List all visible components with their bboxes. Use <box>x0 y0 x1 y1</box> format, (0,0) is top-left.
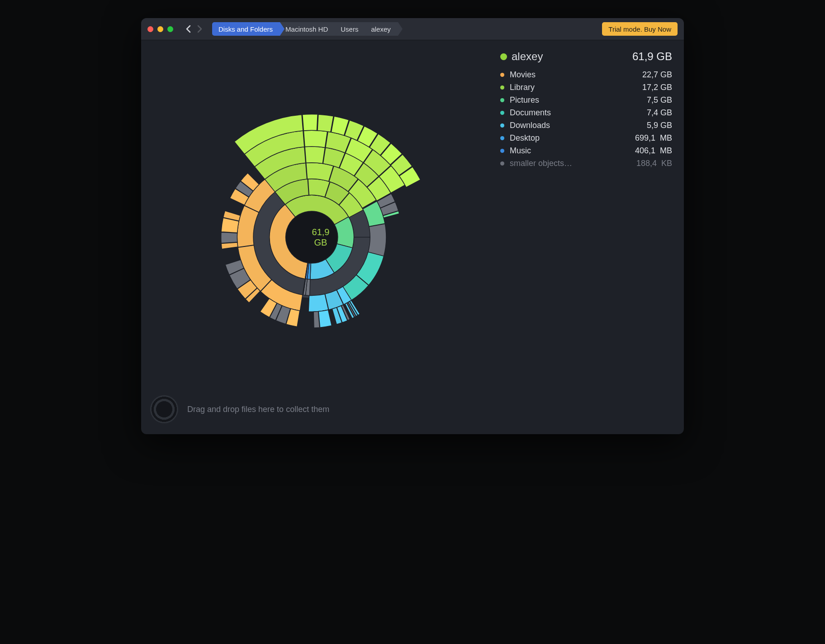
item-size: 5,9 GB <box>647 121 672 130</box>
toolbar: Disks and FoldersMacintosh HDUsersalexey… <box>141 18 684 40</box>
item-name: smaller objects… <box>510 159 572 168</box>
item-name: Documents <box>510 108 551 118</box>
item-name: Movies <box>510 70 536 80</box>
sidebar-item[interactable]: Movies22,7 GB <box>500 70 672 80</box>
close-traffic-light[interactable] <box>147 26 153 32</box>
item-color-dot <box>500 136 504 140</box>
sidebar-item[interactable]: Desktop699,1 MB <box>500 133 672 143</box>
zoom-traffic-light[interactable] <box>167 26 173 32</box>
item-color-dot <box>500 161 504 166</box>
chevron-right-icon <box>196 24 203 34</box>
buy-now-button[interactable]: Trial mode. Buy Now <box>602 22 678 36</box>
sidebar-item[interactable]: Library17,2 GB <box>500 83 672 92</box>
item-name: Desktop <box>510 133 540 143</box>
back-button[interactable] <box>184 23 193 35</box>
item-size: 406,1 MB <box>635 146 672 156</box>
item-name: Downloads <box>510 121 550 130</box>
sunburst-svg <box>141 40 500 434</box>
item-size: 17,2 GB <box>642 83 672 92</box>
item-color-dot <box>500 123 504 128</box>
item-name: Library <box>510 83 535 92</box>
app-window: Disks and FoldersMacintosh HDUsersalexey… <box>141 18 684 434</box>
sidebar-item[interactable]: smaller objects…188,4 KB <box>500 159 672 168</box>
folder-color-dot <box>500 53 507 60</box>
item-size: 699,1 MB <box>635 133 672 143</box>
folder-name: alexey <box>512 50 543 63</box>
drop-hint-label: Drag and drop files here to collect them <box>187 405 329 414</box>
nav-buttons <box>184 23 204 35</box>
drop-ring-icon <box>150 395 178 423</box>
sidebar-item[interactable]: Music406,1 MB <box>500 146 672 156</box>
item-color-dot <box>500 149 504 153</box>
window-controls <box>147 26 173 32</box>
sidebar-item[interactable]: Pictures7,5 GB <box>500 95 672 105</box>
breadcrumb-item[interactable]: Disks and Folders <box>212 22 280 36</box>
item-size: 188,4 KB <box>636 159 672 168</box>
sidebar-header[interactable]: alexey 61,9 GB <box>500 50 672 63</box>
minimize-traffic-light[interactable] <box>157 26 163 32</box>
sidebar-list: Movies22,7 GBLibrary17,2 GBPictures7,5 G… <box>500 70 672 168</box>
item-color-dot <box>500 98 504 102</box>
forward-button[interactable] <box>195 23 204 35</box>
item-name: Pictures <box>510 95 539 105</box>
breadcrumb: Disks and FoldersMacintosh HDUsersalexey <box>212 22 398 36</box>
content-area: 61,9GB alexey 61,9 GB Movies22,7 GBLibra… <box>141 40 684 434</box>
folder-total-size: 61,9 GB <box>632 50 672 63</box>
sidebar: alexey 61,9 GB Movies22,7 GBLibrary17,2 … <box>500 40 684 434</box>
item-color-dot <box>500 73 504 77</box>
item-size: 22,7 GB <box>642 70 672 80</box>
drop-zone[interactable]: Drag and drop files here to collect them <box>141 384 684 434</box>
item-size: 7,5 GB <box>647 95 672 105</box>
sidebar-item[interactable]: Documents7,4 GB <box>500 108 672 118</box>
sunburst-chart[interactable]: 61,9GB <box>141 40 500 434</box>
item-color-dot <box>500 85 504 90</box>
item-name: Music <box>510 146 531 156</box>
sidebar-item[interactable]: Downloads5,9 GB <box>500 121 672 130</box>
item-color-dot <box>500 111 504 115</box>
item-size: 7,4 GB <box>647 108 672 118</box>
chevron-left-icon <box>185 24 192 34</box>
